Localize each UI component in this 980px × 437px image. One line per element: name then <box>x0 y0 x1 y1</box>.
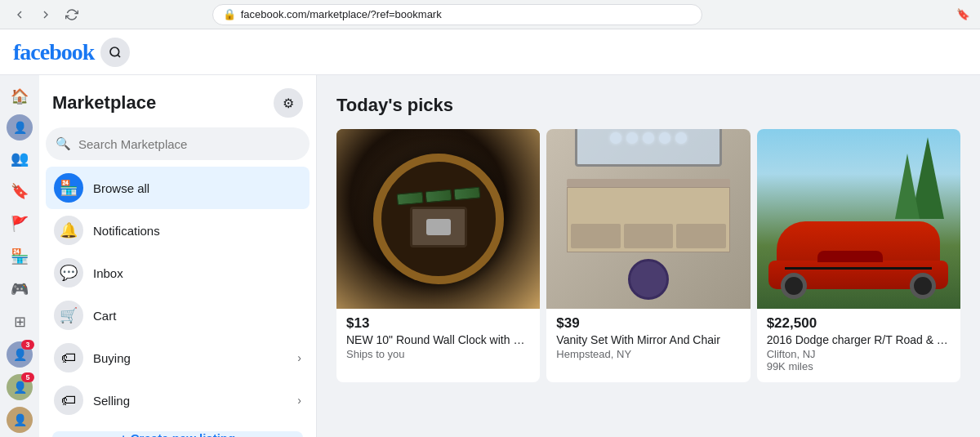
sidebar-item-notifications[interactable]: 🔔 Notifications <box>46 209 310 252</box>
buying-label: Buying <box>93 351 287 365</box>
sidebar-item-cart[interactable]: 🛒 Cart <box>46 294 310 337</box>
clock-image <box>336 129 540 309</box>
car-image <box>757 129 960 309</box>
listing-location-car: Clifton, NJ <box>767 348 951 360</box>
gear-icon: ⚙ <box>283 96 294 111</box>
browse-all-icon: 🏪 <box>54 173 83 203</box>
listing-info-vanity: $39 Vanity Set With Mirror And Chair Hem… <box>546 309 750 370</box>
refresh-button[interactable] <box>62 5 82 25</box>
vanity-image <box>546 129 750 309</box>
browse-all-label: Browse all <box>93 181 301 195</box>
sidebar-header: Marketplace ⚙ <box>46 85 310 127</box>
buying-chevron-icon: › <box>297 351 301 364</box>
buying-icon: 🏷 <box>54 343 83 372</box>
picks-grid: $13 NEW 10" Round Wall Clock with Hidden… <box>336 129 960 382</box>
gear-button[interactable]: ⚙ <box>274 88 303 118</box>
back-button[interactable] <box>10 5 29 25</box>
listing-sub-clock: Ships to you <box>346 348 530 360</box>
listing-price-vanity: $39 <box>556 315 740 332</box>
listing-sub-car: 99K miles <box>767 360 951 372</box>
notifications-label: Notifications <box>93 224 301 238</box>
create-listing-label: + Create new listing <box>120 431 235 437</box>
listing-title-vanity: Vanity Set With Mirror And Chair <box>556 333 740 346</box>
browser-chrome: 🔒 facebook.com/marketplace/?ref=bookmark… <box>0 0 980 29</box>
facebook-logo: facebook <box>13 39 94 65</box>
sidebar-item-buying[interactable]: 🏷 Buying › <box>46 337 310 379</box>
create-listing-button[interactable]: + Create new listing <box>52 431 303 437</box>
cart-icon: 🛒 <box>54 301 83 330</box>
listing-title-clock: NEW 10" Round Wall Clock with Hidden Sto… <box>346 333 530 346</box>
url-text: facebook.com/marketplace/?ref=bookmark <box>241 8 442 20</box>
listing-info-car: $22,500 2016 Dodge charger R/T Road & Tr… <box>757 309 960 382</box>
address-bar[interactable]: 🔒 facebook.com/marketplace/?ref=bookmark <box>212 4 702 25</box>
search-icon: 🔍 <box>56 136 71 151</box>
main-content: Today's picks <box>317 75 980 437</box>
section-title: Today's picks <box>336 95 960 116</box>
svg-point-0 <box>110 47 119 56</box>
svg-line-1 <box>118 55 120 57</box>
listing-price-clock: $13 <box>346 315 530 332</box>
top-navbar: facebook <box>0 29 980 75</box>
listing-location-vanity: Hempstead, NY <box>556 348 740 360</box>
sidebar-item-selling[interactable]: 🏷 Selling › <box>46 379 310 421</box>
search-input[interactable] <box>46 127 310 160</box>
search-input-wrap: 🔍 <box>46 127 310 160</box>
sidebar-item-browse-all[interactable]: 🏪 Browse all <box>46 167 310 209</box>
notifications-icon: 🔔 <box>54 216 83 245</box>
selling-icon: 🏷 <box>54 386 83 415</box>
cart-label: Cart <box>93 309 301 323</box>
sidebar-item-inbox[interactable]: 💬 Inbox <box>46 252 310 294</box>
listing-card-vanity[interactable]: $39 Vanity Set With Mirror And Chair Hem… <box>546 129 750 382</box>
listing-price-car: $22,500 <box>767 315 951 332</box>
forward-button[interactable] <box>36 5 56 25</box>
listing-title-car: 2016 Dodge charger R/T Road & Track Seda… <box>767 333 951 346</box>
listing-card-car[interactable]: $22,500 2016 Dodge charger R/T Road & Tr… <box>757 129 960 382</box>
selling-label: Selling <box>93 394 287 408</box>
search-button[interactable] <box>100 38 130 67</box>
selling-chevron-icon: › <box>297 394 301 407</box>
sidebar: Marketplace ⚙ 🔍 🏪 Browse all 🔔 Notificat… <box>39 75 317 437</box>
lock-icon: 🔒 <box>223 8 236 20</box>
listing-info-clock: $13 NEW 10" Round Wall Clock with Hidden… <box>336 309 540 370</box>
listing-card-clock[interactable]: $13 NEW 10" Round Wall Clock with Hidden… <box>336 129 540 382</box>
bookmark-button[interactable]: 🔖 <box>956 8 970 20</box>
sidebar-title: Marketplace <box>52 92 156 114</box>
inbox-icon: 💬 <box>54 258 83 288</box>
inbox-label: Inbox <box>93 266 301 280</box>
